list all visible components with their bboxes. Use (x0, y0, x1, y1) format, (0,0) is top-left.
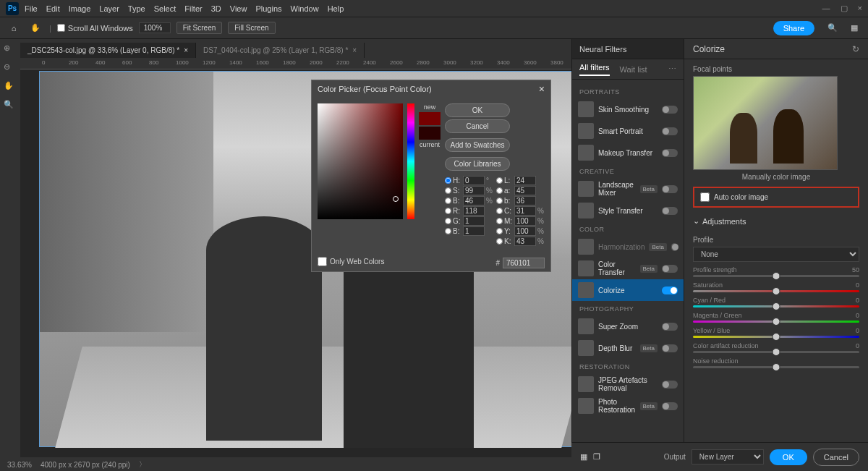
doc-tab-inactive[interactable]: DS7_0404-col.jpg @ 25% (Layer 1, RGB/8) … (196, 43, 365, 58)
tab-wait-list[interactable]: Wait list (620, 65, 647, 74)
filter-toggle[interactable] (662, 323, 678, 331)
menu-view[interactable]: View (230, 4, 247, 13)
fit-screen-button[interactable]: Fit Screen (176, 22, 223, 34)
filter-toggle[interactable] (662, 402, 678, 410)
mode-radio-Bb[interactable] (445, 228, 451, 234)
nf-item-depth-blur[interactable]: Depth BlurBeta (572, 337, 684, 359)
scroll-all-checkbox[interactable]: Scroll All Windows (57, 24, 133, 33)
filter-toggle[interactable] (662, 106, 678, 114)
menu-plugins[interactable]: Plugins (255, 4, 281, 13)
color-libraries-button[interactable]: Color Libraries (445, 157, 510, 171)
reset-icon[interactable]: ↻ (852, 44, 859, 54)
tab-close-icon[interactable]: × (352, 46, 357, 54)
value-b[interactable] (514, 196, 536, 205)
mode-radio-C[interactable] (496, 208, 503, 214)
value-B[interactable] (463, 196, 485, 205)
nf-item-photo-restoration[interactable]: Photo RestorationBeta (572, 395, 684, 417)
filter-toggle[interactable] (662, 287, 678, 294)
slider-cyan---red[interactable] (693, 305, 859, 307)
mode-radio-a[interactable] (496, 187, 503, 194)
filter-toggle[interactable] (662, 265, 678, 273)
auto-color-checkbox[interactable]: Auto color image (700, 192, 852, 202)
fill-screen-button[interactable]: Fill Screen (228, 22, 275, 34)
minimize-icon[interactable]: — (822, 4, 830, 13)
ok-button[interactable]: OK (445, 103, 510, 117)
web-colors-checkbox[interactable] (318, 257, 327, 266)
value-M[interactable] (514, 216, 536, 226)
value-Y[interactable] (514, 226, 536, 236)
preview-image[interactable] (693, 76, 838, 170)
doc-tab-active[interactable]: _DSC2543-col.jpg @ 33,6% (Layer 0, RGB/8… (20, 43, 196, 58)
output-options-icon[interactable]: ▦ (580, 452, 587, 462)
mode-radio-M[interactable] (496, 218, 503, 224)
mode-radio-G[interactable] (445, 218, 451, 224)
nf-item-style-transfer[interactable]: Style Transfer (572, 200, 684, 221)
cancel-button[interactable]: Cancel (813, 449, 859, 466)
filter-toggle[interactable] (662, 149, 678, 157)
value-S[interactable] (463, 186, 485, 195)
slider-magenta---green[interactable] (693, 321, 859, 323)
slider-yellow---blue[interactable] (693, 336, 859, 338)
profile-strength-slider[interactable] (693, 275, 859, 277)
layers-icon[interactable]: ❐ (593, 452, 600, 462)
filter-toggle[interactable] (671, 243, 678, 251)
value-G[interactable] (463, 216, 485, 226)
zoom-in-icon[interactable]: ⊕ (4, 43, 17, 56)
manual-color-link[interactable]: Manually color image (684, 170, 868, 184)
nf-item-super-zoom[interactable]: Super Zoom (572, 315, 684, 337)
workspace-icon[interactable]: ▦ (846, 20, 862, 36)
profile-select[interactable]: None (693, 247, 859, 262)
menu-select[interactable]: Select (154, 4, 176, 13)
mode-radio-b[interactable] (496, 198, 503, 204)
add-swatches-button[interactable]: Add to Swatches (445, 138, 510, 152)
menu-window[interactable]: Window (291, 4, 319, 13)
ok-button[interactable]: OK (770, 449, 807, 465)
mode-radio-K[interactable] (496, 238, 503, 245)
nf-item-makeup-transfer[interactable]: Makeup Transfer (572, 142, 684, 164)
filter-toggle[interactable] (662, 207, 678, 215)
zoom-input[interactable] (139, 22, 171, 33)
value-C[interactable] (514, 206, 536, 216)
slider-saturation[interactable] (693, 290, 859, 292)
mode-radio-R[interactable] (445, 208, 451, 214)
slider-noise-reduction[interactable] (693, 366, 859, 368)
adjustments-header[interactable]: ⌄Adjustments (684, 213, 868, 229)
share-button[interactable]: Share (773, 21, 814, 35)
maximize-icon[interactable]: ▢ (841, 4, 848, 13)
tab-all-filters[interactable]: All filters (579, 63, 610, 76)
zoom-out-icon[interactable]: ⊖ (4, 62, 17, 75)
mode-radio-Y[interactable] (496, 228, 503, 234)
cancel-button[interactable]: Cancel (445, 119, 510, 133)
nf-item-smart-portrait[interactable]: Smart Portrait (572, 120, 684, 142)
menu-3d[interactable]: 3D (211, 4, 221, 13)
mode-radio-B[interactable] (445, 198, 451, 204)
menu-edit[interactable]: Edit (46, 4, 60, 13)
value-H[interactable] (463, 176, 485, 185)
filter-toggle[interactable] (662, 344, 678, 352)
nf-item-harmonization[interactable]: HarmonizationBeta (572, 236, 684, 258)
hand-icon[interactable]: ✋ (4, 81, 17, 94)
zoom-icon[interactable]: 🔍 (4, 100, 17, 113)
mode-radio-H[interactable] (445, 177, 451, 184)
value-R[interactable] (463, 206, 485, 216)
hand-tool-icon[interactable]: ✋ (27, 20, 43, 36)
slider-color-artifact-reduction[interactable] (693, 351, 859, 353)
menu-file[interactable]: File (25, 4, 38, 13)
value-Bb[interactable] (463, 226, 485, 236)
filter-toggle[interactable] (662, 381, 678, 389)
search-icon[interactable]: 🔍 (825, 20, 841, 36)
hue-slider[interactable] (407, 103, 414, 219)
menu-filter[interactable]: Filter (184, 4, 202, 13)
close-icon[interactable]: × (539, 83, 545, 95)
mode-radio-S[interactable] (445, 187, 451, 194)
nf-item-color-transfer[interactable]: Color TransferBeta (572, 258, 684, 279)
menu-layer[interactable]: Layer (99, 4, 119, 13)
value-K[interactable] (514, 237, 536, 246)
filter-toggle[interactable] (662, 127, 678, 135)
more-icon[interactable]: ⋯ (668, 64, 676, 74)
nf-item-skin-smoothing[interactable]: Skin Smoothing (572, 98, 684, 120)
menu-image[interactable]: Image (69, 4, 91, 13)
nf-item-colorize[interactable]: Colorize (572, 279, 684, 301)
hex-input[interactable] (503, 258, 545, 268)
color-field[interactable] (318, 103, 403, 219)
